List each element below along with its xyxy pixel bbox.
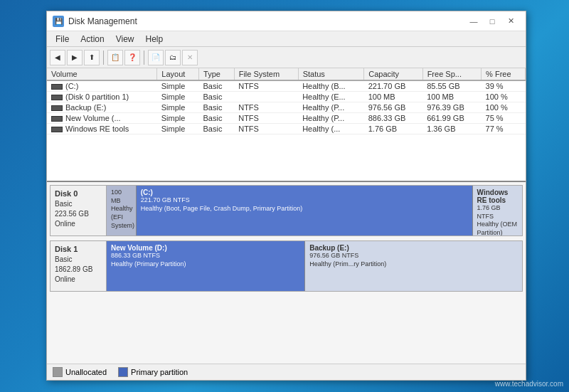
table-cell: Basic bbox=[199, 124, 235, 134]
table-cell: 75 % bbox=[482, 113, 526, 124]
table-row[interactable]: Backup (E:)SimpleBasicNTFSHealthy (P...9… bbox=[47, 102, 526, 113]
table-cell: Backup (E:) bbox=[47, 102, 157, 113]
table-cell: Healthy (E... bbox=[298, 92, 364, 102]
table-cell: NTFS bbox=[234, 80, 298, 92]
disk-management-window: 💾 Disk Management — □ ✕ File Action View… bbox=[46, 11, 526, 381]
content-area: Volume Layout Type File System Status Ca… bbox=[47, 68, 526, 380]
table-row[interactable]: (C:)SimpleBasicNTFSHealthy (B...221.70 G… bbox=[47, 80, 526, 92]
toolbar-properties[interactable]: 📋 bbox=[107, 50, 123, 65]
window-title: Disk Management bbox=[68, 16, 464, 26]
table-cell: Healthy (P... bbox=[298, 113, 364, 124]
table-cell: Simple bbox=[157, 102, 199, 113]
toolbar-sep-2 bbox=[144, 51, 144, 65]
table-cell: NTFS bbox=[234, 113, 298, 124]
table-cell: 221.70 GB bbox=[364, 80, 422, 92]
disk0-c-partition[interactable]: (C:) 221.70 GB NTFSHealthy (Boot, Page F… bbox=[137, 186, 473, 235]
volume-table: Volume Layout Type File System Status Ca… bbox=[47, 68, 526, 134]
volume-table-area: Volume Layout Type File System Status Ca… bbox=[47, 68, 526, 182]
disk0-efi-partition[interactable]: 100 MBHealthy (EFI System) bbox=[107, 186, 137, 235]
close-button[interactable]: ✕ bbox=[501, 14, 520, 28]
legend-bar: Unallocated Primary partition bbox=[47, 364, 526, 380]
table-cell: 100 % bbox=[482, 92, 526, 102]
minimize-button[interactable]: — bbox=[464, 14, 483, 28]
col-layout[interactable]: Layout bbox=[157, 68, 199, 80]
disk1-e-detail: 976.56 GB NTFSHealthy (Prim...ry Partiti… bbox=[309, 252, 518, 268]
toolbar-up[interactable]: ⬆ bbox=[84, 50, 100, 65]
window-icon: 💾 bbox=[53, 16, 64, 27]
toolbar-sep-1 bbox=[103, 51, 104, 65]
disk0-partitions: 100 MBHealthy (EFI System) (C:) 221.70 G… bbox=[107, 185, 523, 236]
table-cell: Simple bbox=[157, 80, 199, 92]
disk1-d-detail: 886.33 GB NTFSHealthy (Primary Partition… bbox=[111, 252, 300, 268]
col-volume[interactable]: Volume bbox=[47, 68, 157, 80]
maximize-button[interactable]: □ bbox=[483, 14, 501, 28]
toolbar-forward[interactable]: ▶ bbox=[67, 50, 83, 65]
table-cell: New Volume (... bbox=[47, 113, 157, 124]
legend-unallocated-label: Unallocated bbox=[65, 368, 107, 376]
table-cell: (C:) bbox=[47, 80, 157, 92]
menu-bar: File Action View Help bbox=[47, 31, 526, 47]
col-status[interactable]: Status bbox=[298, 68, 364, 80]
legend-primary: Primary partition bbox=[118, 367, 188, 377]
disk0-label: Disk 0 Basic 223.56 GB Online bbox=[50, 185, 107, 236]
col-freespace[interactable]: Free Sp... bbox=[422, 68, 481, 80]
toolbar-new[interactable]: 📄 bbox=[148, 50, 164, 65]
table-cell: 100 MB bbox=[364, 92, 422, 102]
disk1-e-name: Backup (E:) bbox=[309, 244, 518, 252]
table-cell: 661.99 GB bbox=[422, 113, 481, 124]
table-row[interactable]: Windows RE toolsSimpleBasicNTFSHealthy (… bbox=[47, 124, 526, 134]
disk0-re-detail: 1.76 GB NTFSHealthy (OEM Partition) bbox=[477, 204, 518, 235]
table-cell: 886.33 GB bbox=[364, 113, 422, 124]
table-cell: 85.55 GB bbox=[422, 80, 481, 92]
title-bar: 💾 Disk Management — □ ✕ bbox=[47, 11, 526, 31]
table-cell: 77 % bbox=[482, 124, 526, 134]
menu-file[interactable]: File bbox=[50, 33, 75, 46]
menu-view[interactable]: View bbox=[110, 33, 140, 46]
table-cell: Basic bbox=[199, 92, 235, 102]
table-cell: Basic bbox=[199, 80, 235, 92]
disk1-e-partition[interactable]: Backup (E:) 976.56 GB NTFSHealthy (Prim.… bbox=[305, 241, 522, 291]
table-row[interactable]: New Volume (...SimpleBasicNTFSHealthy (P… bbox=[47, 113, 526, 124]
disk0-c-detail: 221.70 GB NTFSHealthy (Boot, Page File, … bbox=[141, 196, 468, 213]
disk1-row: Disk 1 Basic 1862.89 GB Online New Volum… bbox=[50, 240, 523, 292]
watermark: www.techadvisor.com bbox=[495, 380, 563, 388]
table-row[interactable]: (Disk 0 partition 1)SimpleBasicHealthy (… bbox=[47, 92, 526, 102]
table-cell: Simple bbox=[157, 124, 199, 134]
table-cell: Simple bbox=[157, 113, 199, 124]
table-cell: Healthy (P... bbox=[298, 102, 364, 113]
col-capacity[interactable]: Capacity bbox=[364, 68, 422, 80]
toolbar-help[interactable]: ❓ bbox=[124, 50, 140, 65]
table-cell: Simple bbox=[157, 92, 199, 102]
disk0-re-name: Windows RE tools bbox=[477, 189, 518, 204]
menu-action[interactable]: Action bbox=[75, 33, 110, 46]
table-cell: Basic bbox=[199, 102, 235, 113]
col-filesystem[interactable]: File System bbox=[234, 68, 298, 80]
toolbar-format[interactable]: 🗂 bbox=[165, 50, 181, 65]
legend-unallocated: Unallocated bbox=[53, 367, 107, 377]
legend-primary-label: Primary partition bbox=[131, 368, 188, 376]
title-buttons: — □ ✕ bbox=[464, 14, 520, 28]
table-cell: 100 % bbox=[482, 102, 526, 113]
table-cell bbox=[234, 92, 298, 102]
disk0-row: Disk 0 Basic 223.56 GB Online 100 MBHeal… bbox=[50, 185, 523, 236]
disk-visual-area: Disk 0 Basic 223.56 GB Online 100 MBHeal… bbox=[47, 182, 526, 364]
disk1-d-partition[interactable]: New Volume (D:) 886.33 GB NTFSHealthy (P… bbox=[107, 241, 305, 291]
col-type[interactable]: Type bbox=[199, 68, 235, 80]
table-cell: 39 % bbox=[482, 80, 526, 92]
col-percentfree[interactable]: % Free bbox=[482, 68, 526, 80]
disk0-re-partition[interactable]: Windows RE tools 1.76 GB NTFSHealthy (OE… bbox=[473, 186, 522, 235]
table-cell: (Disk 0 partition 1) bbox=[47, 92, 157, 102]
disk1-partitions: New Volume (D:) 886.33 GB NTFSHealthy (P… bbox=[107, 240, 523, 292]
disk0-efi-detail: 100 MBHealthy (EFI System) bbox=[111, 189, 132, 230]
toolbar: ◀ ▶ ⬆ 📋 ❓ 📄 🗂 ✕ bbox=[47, 47, 526, 68]
menu-help[interactable]: Help bbox=[140, 33, 169, 46]
table-cell: Healthy (... bbox=[298, 124, 364, 134]
toolbar-delete[interactable]: ✕ bbox=[182, 50, 198, 65]
table-cell: 1.76 GB bbox=[364, 124, 422, 134]
disk0-c-name: (C:) bbox=[141, 189, 468, 196]
table-cell: 100 MB bbox=[422, 92, 481, 102]
toolbar-back[interactable]: ◀ bbox=[50, 50, 65, 65]
table-cell: NTFS bbox=[234, 124, 298, 134]
table-cell: NTFS bbox=[234, 102, 298, 113]
table-cell: 1.36 GB bbox=[422, 124, 481, 134]
